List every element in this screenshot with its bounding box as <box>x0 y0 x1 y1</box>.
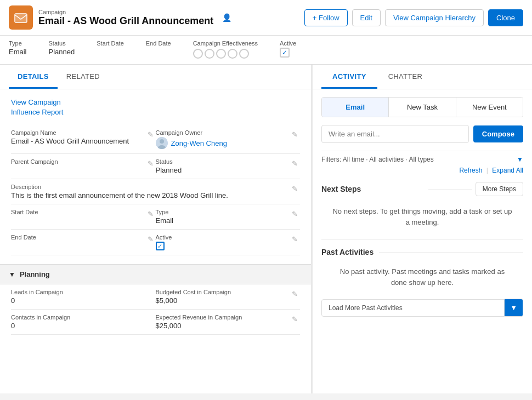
type-value: Email <box>156 216 287 225</box>
avatar <box>156 137 168 149</box>
next-steps-empty-text: No next steps. To get things moving, add… <box>321 201 523 233</box>
tab-chatter[interactable]: CHATTER <box>377 65 434 89</box>
right-panel: ACTIVITY CHATTER Email New Task New Even… <box>313 65 532 393</box>
planning-fields-grid: Leads in Campaign 0 Budgeted Cost in Cam… <box>11 284 300 335</box>
parent-campaign-edit-icon[interactable]: ✎ <box>148 159 154 168</box>
meta-end-date: End Date <box>146 40 171 48</box>
next-steps-section: Next Steps More Steps No next steps. To … <box>321 182 523 233</box>
next-steps-header: Next Steps More Steps <box>321 182 523 196</box>
edit-button[interactable]: Edit <box>352 9 381 26</box>
meta-effectiveness: Campaign Effectiveness <box>193 40 258 59</box>
effectiveness-dots <box>193 49 258 59</box>
parent-campaign-label: Parent Campaign <box>11 158 143 165</box>
view-campaign-link[interactable]: View Campaign <box>11 98 300 106</box>
activity-content: Email New Task New Event Compose Filters… <box>313 89 532 324</box>
compose-row: Compose <box>321 125 523 143</box>
load-more-row: Load More Past Activities ▼ <box>321 299 523 317</box>
campaign-owner-edit-icon[interactable]: ✎ <box>292 130 298 139</box>
active-edit-icon[interactable]: ✎ <box>292 235 298 243</box>
page-header: Campaign Email - AS Wood Grill Announcem… <box>0 0 532 36</box>
planning-section-header[interactable]: ▼ Planning <box>0 264 311 284</box>
meta-status: Status Planned <box>49 40 75 56</box>
next-steps-title: Next Steps <box>321 185 361 193</box>
load-more-dropdown-icon[interactable]: ▼ <box>505 299 523 317</box>
section-divider <box>321 239 523 240</box>
header-left: Campaign Email - AS Wood Grill Announcem… <box>9 5 231 30</box>
expected-revenue-label: Expected Revenue in Campaign <box>156 314 287 321</box>
dot-5 <box>239 49 249 59</box>
budgeted-cost-field: Budgeted Cost in Campaign $5,000 ✎ <box>156 284 301 310</box>
leads-field: Leads in Campaign 0 <box>11 284 156 310</box>
new-event-tab-button[interactable]: New Event <box>456 98 523 117</box>
view-campaign-hierarchy-button[interactable]: View Campaign Hierarchy <box>385 9 484 26</box>
expected-revenue-field: Expected Revenue in Campaign $25,000 ✎ <box>156 310 301 335</box>
end-date-label: End Date <box>11 234 143 241</box>
description-edit-icon[interactable]: ✎ <box>292 185 298 193</box>
budgeted-cost-edit-icon[interactable]: ✎ <box>292 290 298 298</box>
meta-type-label: Type <box>9 40 27 47</box>
owner-row: Zong-Wen Cheng <box>156 137 287 149</box>
tab-related[interactable]: RELATED <box>58 65 109 89</box>
type-field: Type Email ✎ <box>156 204 301 230</box>
email-tab-button[interactable]: Email <box>322 98 389 117</box>
budgeted-cost-label: Budgeted Cost in Campaign <box>156 289 287 295</box>
campaign-label: Campaign <box>38 9 213 15</box>
expected-revenue-edit-icon[interactable]: ✎ <box>292 315 298 323</box>
filters-row: Filters: All time · All activities · All… <box>321 151 523 163</box>
fields-grid: Campaign Name Email - AS Wood Grill Anno… <box>11 125 300 255</box>
dot-2 <box>205 49 214 59</box>
dot-4 <box>228 49 237 59</box>
budgeted-cost-value: $5,000 <box>156 296 287 305</box>
follow-button[interactable]: + Follow <box>304 9 348 26</box>
leads-value: 0 <box>11 296 143 305</box>
planning-label: Planning <box>20 270 50 278</box>
filters-text: Filters: All time · All activities · All… <box>321 156 434 163</box>
meta-status-value: Planned <box>49 48 75 56</box>
past-activities-divider <box>379 252 523 253</box>
svg-rect-0 <box>15 14 27 22</box>
tab-activity[interactable]: ACTIVITY <box>321 65 377 89</box>
end-date-edit-icon[interactable]: ✎ <box>148 235 154 243</box>
end-date-field: End Date ✎ <box>11 230 156 255</box>
campaign-icon <box>9 5 33 30</box>
load-more-button[interactable]: Load More Past Activities <box>321 299 505 317</box>
active-checkbox: ✓ <box>280 48 290 58</box>
type-label: Type <box>156 209 287 215</box>
start-date-edit-icon[interactable]: ✎ <box>148 210 154 218</box>
status-edit-icon[interactable]: ✎ <box>292 159 298 168</box>
details-content: View Campaign Influence Report Campaign … <box>0 89 311 264</box>
hierarchy-icon[interactable]: 👤 <box>222 13 231 22</box>
contacts-value: 0 <box>11 322 143 330</box>
next-steps-divider <box>428 189 472 190</box>
compose-email-input[interactable] <box>321 125 469 143</box>
email-task-tabs: Email New Task New Event <box>321 97 523 117</box>
campaign-owner-value[interactable]: Zong-Wen Cheng <box>171 139 227 147</box>
refresh-expand-row: Refresh | Expand All <box>321 167 523 174</box>
status-value: Planned <box>156 166 287 174</box>
active-field: Active ✓ ✎ <box>156 230 301 255</box>
tab-details[interactable]: DETAILS <box>9 65 58 89</box>
more-steps-button[interactable]: More Steps <box>476 182 523 196</box>
influence-report-link[interactable]: Influence Report <box>11 108 300 116</box>
meta-start-date: Start Date <box>97 40 124 48</box>
clone-button[interactable]: Clone <box>488 9 523 26</box>
compose-button[interactable]: Compose <box>473 125 523 142</box>
type-edit-icon[interactable]: ✎ <box>292 210 298 218</box>
refresh-link[interactable]: Refresh <box>459 167 482 174</box>
description-field: Description This is the first email anno… <box>11 179 300 204</box>
campaign-name-edit-icon[interactable]: ✎ <box>148 130 154 139</box>
start-date-label: Start Date <box>11 209 143 215</box>
meta-row: Type Email Status Planned Start Date End… <box>0 36 532 65</box>
meta-status-label: Status <box>49 40 75 47</box>
new-task-tab-button[interactable]: New Task <box>389 98 456 117</box>
planning-content: Leads in Campaign 0 Budgeted Cost in Cam… <box>0 284 311 335</box>
detail-links: View Campaign Influence Report <box>11 98 300 116</box>
meta-active-label: Active <box>280 40 296 47</box>
active-field-checkbox[interactable]: ✓ <box>156 242 165 250</box>
campaign-name-field: Campaign Name Email - AS Wood Grill Anno… <box>11 125 156 154</box>
expand-all-link[interactable]: Expand All <box>492 167 523 174</box>
active-label: Active <box>156 234 287 241</box>
start-date-field: Start Date ✎ <box>11 204 156 230</box>
past-activities-section: Past Activities No past activity. Past m… <box>321 248 523 317</box>
filter-funnel-icon[interactable]: ▼ <box>517 156 523 163</box>
